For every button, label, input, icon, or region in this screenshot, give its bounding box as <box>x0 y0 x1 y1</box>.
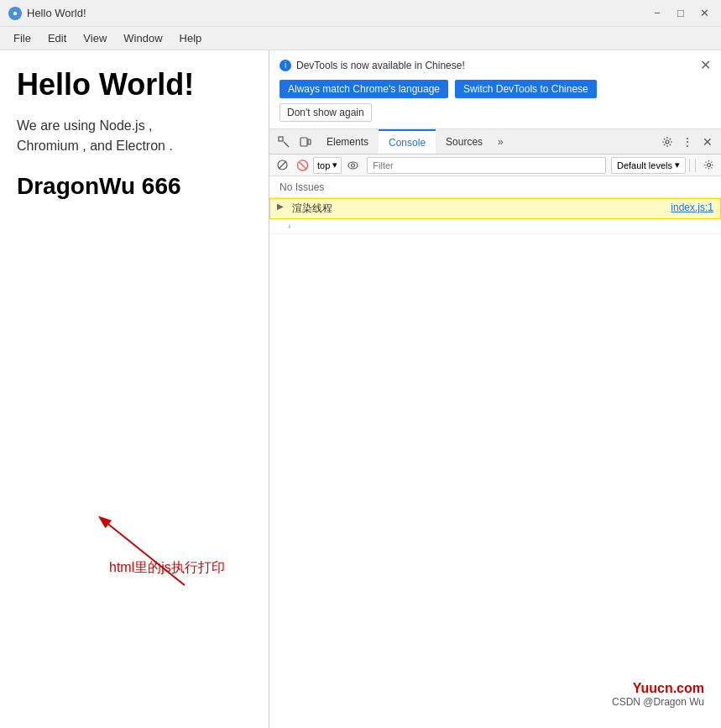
console-entry-text: 渲染线程 <box>292 202 664 216</box>
console-entry-expand: › <box>269 219 721 234</box>
info-message-text: DevTools is now available in Chinese! <box>296 60 465 71</box>
page-brand: DragonWu 666 <box>17 173 252 200</box>
block-icon[interactable]: 🚫 <box>293 156 311 175</box>
minimize-button[interactable]: − <box>649 5 666 22</box>
menu-help[interactable]: Help <box>173 30 209 46</box>
watermark-author: CSDN @Dragon Wu <box>612 696 704 708</box>
inspect-element-icon[interactable] <box>273 131 295 153</box>
main-layout: Hello World! We are using Node.js , Chro… <box>0 50 721 728</box>
watermark-site: Yuucn.com <box>612 681 704 696</box>
expand-icon[interactable]: ▶ <box>277 202 289 211</box>
app-icon: ● <box>8 7 22 20</box>
svg-point-4 <box>666 140 669 144</box>
info-buttons-row: Always match Chrome's language Switch De… <box>280 80 711 98</box>
info-icon: i <box>280 60 291 71</box>
svg-line-6 <box>279 161 286 169</box>
issues-label: No Issues <box>280 181 324 193</box>
toolbar-divider-1 <box>689 159 690 172</box>
console-entry-0: ▶ 渲染线程 index.js:1 <box>269 198 721 219</box>
menu-view[interactable]: View <box>76 30 113 46</box>
dont-show-button[interactable]: Don't show again <box>280 103 372 122</box>
page-content: Hello World! We are using Node.js , Chro… <box>0 50 269 728</box>
menu-bar: File Edit View Window Help <box>0 27 721 50</box>
subtitle-line1: We are using Node.js , <box>17 116 252 136</box>
devtools-tab-bar: Elements Console Sources » ⋮ ✕ <box>269 129 721 155</box>
svg-point-7 <box>348 162 358 169</box>
maximize-button[interactable]: □ <box>672 5 689 22</box>
context-selector[interactable]: top ▾ <box>313 157 342 174</box>
tab-more-button[interactable]: » <box>493 136 509 148</box>
log-levels-selector[interactable]: Default levels ▾ <box>611 157 686 174</box>
svg-rect-1 <box>279 137 283 141</box>
close-info-button[interactable]: ✕ <box>700 57 711 73</box>
page-title: Hello World! <box>17 67 252 102</box>
devtools-panel: i DevTools is now available in Chinese! … <box>269 50 721 728</box>
close-button[interactable]: ✕ <box>696 5 713 22</box>
annotation-arrow <box>50 493 218 594</box>
devtools-settings-icon[interactable] <box>657 132 677 152</box>
svg-rect-3 <box>308 139 311 144</box>
devtools-menu-icon[interactable]: ⋮ <box>677 132 697 152</box>
filter-input[interactable] <box>367 157 606 174</box>
title-bar: ● Hello World! − □ ✕ <box>0 0 721 27</box>
device-toolbar-icon[interactable] <box>295 131 316 153</box>
clear-console-icon[interactable] <box>273 156 291 175</box>
console-arrow-icon[interactable]: › <box>288 222 300 231</box>
svg-point-8 <box>351 164 354 167</box>
menu-file[interactable]: File <box>7 30 38 46</box>
eye-icon[interactable] <box>343 156 362 175</box>
match-language-button[interactable]: Always match Chrome's language <box>280 80 448 98</box>
tab-elements[interactable]: Elements <box>316 129 379 154</box>
console-toolbar: 🚫 top ▾ Default levels ▾ <box>269 155 721 176</box>
tab-sources[interactable]: Sources <box>436 129 493 154</box>
toolbar-divider-2 <box>695 159 696 172</box>
svg-point-9 <box>707 164 710 167</box>
console-settings-icon[interactable] <box>699 156 718 175</box>
annotation-text: html里的js执行打印 <box>109 559 225 577</box>
tab-console[interactable]: Console <box>379 129 436 154</box>
console-source-link[interactable]: index.js:1 <box>671 202 713 213</box>
devtools-close-icon[interactable]: ✕ <box>697 132 718 152</box>
svg-rect-2 <box>300 138 307 146</box>
subtitle-line2: Chromium , and Electron . <box>17 136 252 156</box>
console-output: ▶ 渲染线程 index.js:1 › <box>269 198 721 728</box>
devtools-info-bar: i DevTools is now available in Chinese! … <box>269 50 721 129</box>
dont-show-row: Don't show again <box>280 103 711 122</box>
window-controls: − □ ✕ <box>649 5 713 22</box>
watermark: Yuucn.com CSDN @Dragon Wu <box>612 681 704 708</box>
window-title: Hello World! <box>27 7 649 19</box>
switch-chinese-button[interactable]: Switch DevTools to Chinese <box>455 80 597 98</box>
menu-window[interactable]: Window <box>117 30 169 46</box>
info-message-row: i DevTools is now available in Chinese! … <box>280 57 711 73</box>
page-subtitle: We are using Node.js , Chromium , and El… <box>17 116 252 156</box>
issues-bar: No Issues <box>269 176 721 198</box>
menu-edit[interactable]: Edit <box>41 30 73 46</box>
